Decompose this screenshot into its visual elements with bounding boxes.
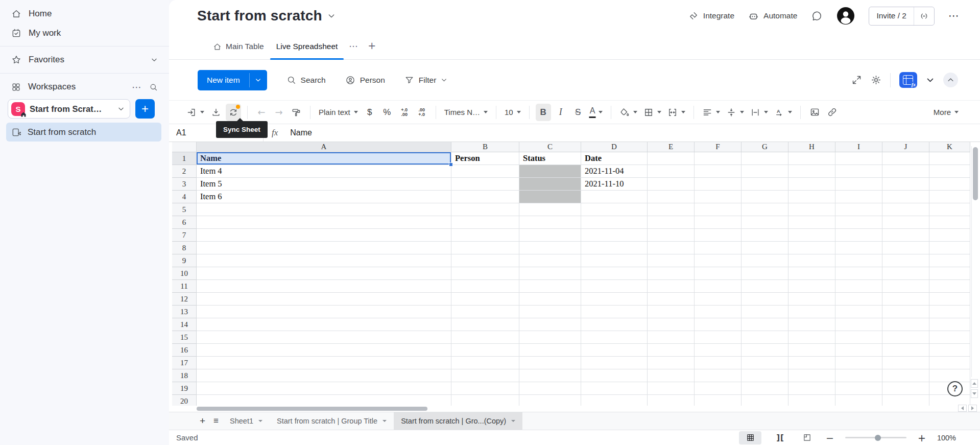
- row-header-16[interactable]: 16: [172, 344, 197, 357]
- cell-C2[interactable]: [519, 165, 581, 178]
- cell-A15[interactable]: [197, 331, 451, 344]
- cell-E10[interactable]: [648, 267, 695, 280]
- italic-button[interactable]: I: [553, 104, 568, 121]
- cell-D3[interactable]: 2021-11-10: [581, 178, 648, 191]
- cell-A1[interactable]: Name: [197, 152, 451, 165]
- cell-G16[interactable]: [742, 344, 788, 357]
- horizontal-scrollbar[interactable]: [169, 406, 980, 412]
- cell-G13[interactable]: [742, 306, 788, 318]
- cell-E7[interactable]: [648, 229, 695, 242]
- cell-H8[interactable]: [788, 242, 835, 254]
- cell-A4[interactable]: Item 6: [197, 191, 451, 203]
- cell-D5[interactable]: [581, 203, 648, 216]
- cell-I6[interactable]: [835, 216, 882, 229]
- row-header-9[interactable]: 9: [172, 254, 197, 267]
- formula-input[interactable]: Name: [290, 128, 312, 137]
- new-item-button[interactable]: New item: [198, 70, 267, 90]
- cell-C4[interactable]: [519, 191, 581, 203]
- cell-J9[interactable]: [882, 254, 929, 267]
- cell-E13[interactable]: [648, 306, 695, 318]
- cell-A10[interactable]: [197, 267, 451, 280]
- cell-K17[interactable]: [929, 357, 970, 369]
- cell-E8[interactable]: [648, 242, 695, 254]
- cell-F7[interactable]: [695, 229, 742, 242]
- cell-A19[interactable]: [197, 382, 451, 395]
- cell-G17[interactable]: [742, 357, 788, 369]
- cell-K20[interactable]: [929, 395, 970, 406]
- cell-H12[interactable]: [788, 293, 835, 306]
- row-header-19[interactable]: 19: [172, 382, 197, 395]
- cell-A20[interactable]: [197, 395, 451, 406]
- scroll-down-button[interactable]: [971, 389, 978, 398]
- cell-C18[interactable]: [519, 369, 581, 382]
- cell-I14[interactable]: [835, 318, 882, 331]
- cell-K5[interactable]: [929, 203, 970, 216]
- cell-J16[interactable]: [882, 344, 929, 357]
- sidebar-item-workspaces[interactable]: Workspaces ⋯: [0, 77, 169, 97]
- cell-A13[interactable]: [197, 306, 451, 318]
- collapse-button[interactable]: [943, 73, 958, 87]
- cell-G5[interactable]: [742, 203, 788, 216]
- cell-I3[interactable]: [835, 178, 882, 191]
- cell-F16[interactable]: [695, 344, 742, 357]
- cell-B17[interactable]: [451, 357, 519, 369]
- font-size-dropdown[interactable]: 10: [503, 104, 523, 121]
- cell-B13[interactable]: [451, 306, 519, 318]
- cell-E1[interactable]: [648, 152, 695, 165]
- cell-C11[interactable]: [519, 280, 581, 293]
- cell-A16[interactable]: [197, 344, 451, 357]
- cell-J7[interactable]: [882, 229, 929, 242]
- cell-H5[interactable]: [788, 203, 835, 216]
- row-header-12[interactable]: 12: [172, 293, 197, 306]
- cell-H17[interactable]: [788, 357, 835, 369]
- row-header-8[interactable]: 8: [172, 242, 197, 254]
- cell-F11[interactable]: [695, 280, 742, 293]
- new-item-dropdown[interactable]: [250, 70, 267, 90]
- chat-bubble-icon[interactable]: [811, 10, 823, 22]
- cell-I10[interactable]: [835, 267, 882, 280]
- cell-H6[interactable]: [788, 216, 835, 229]
- cell-D8[interactable]: [581, 242, 648, 254]
- cell-I5[interactable]: [835, 203, 882, 216]
- cell-H19[interactable]: [788, 382, 835, 395]
- cell-B12[interactable]: [451, 293, 519, 306]
- cell-H2[interactable]: [788, 165, 835, 178]
- cell-K1[interactable]: [929, 152, 970, 165]
- cell-J6[interactable]: [882, 216, 929, 229]
- cell-I2[interactable]: [835, 165, 882, 178]
- cell-H4[interactable]: [788, 191, 835, 203]
- decrease-decimal-button[interactable]: .00+.0: [414, 104, 429, 121]
- cell-J2[interactable]: [882, 165, 929, 178]
- cell-A18[interactable]: [197, 369, 451, 382]
- cell-I17[interactable]: [835, 357, 882, 369]
- cell-B11[interactable]: [451, 280, 519, 293]
- cell-J20[interactable]: [882, 395, 929, 406]
- invite-button[interactable]: Invite / 2: [869, 7, 935, 26]
- tab-live-spreadsheet[interactable]: Live Spreadsheet: [270, 42, 344, 59]
- cell-I15[interactable]: [835, 331, 882, 344]
- row-header-5[interactable]: 5: [172, 203, 197, 216]
- row-header-17[interactable]: 17: [172, 357, 197, 369]
- cell-J13[interactable]: [882, 306, 929, 318]
- cell-B14[interactable]: [451, 318, 519, 331]
- column-header-E[interactable]: E: [648, 142, 695, 152]
- cell-F8[interactable]: [695, 242, 742, 254]
- vertical-align-button[interactable]: [724, 104, 746, 121]
- add-board-button[interactable]: +: [135, 99, 155, 119]
- workspaces-menu-icon[interactable]: ⋯: [132, 81, 142, 92]
- cell-I11[interactable]: [835, 280, 882, 293]
- row-header-3[interactable]: 3: [172, 178, 197, 191]
- fill-handle[interactable]: [449, 162, 453, 167]
- horizontal-scrollbar-thumb[interactable]: [197, 407, 427, 411]
- sheet-tab-2[interactable]: Start from scratch | Group Title: [270, 412, 394, 430]
- cell-H20[interactable]: [788, 395, 835, 406]
- cell-A8[interactable]: [197, 242, 451, 254]
- cell-G9[interactable]: [742, 254, 788, 267]
- cell-H13[interactable]: [788, 306, 835, 318]
- spreadsheet-widget-button[interactable]: fx: [899, 72, 917, 88]
- cell-I1[interactable]: [835, 152, 882, 165]
- cell-E2[interactable]: [648, 165, 695, 178]
- cell-A17[interactable]: [197, 357, 451, 369]
- cell-D6[interactable]: [581, 216, 648, 229]
- cell-A2[interactable]: Item 4: [197, 165, 451, 178]
